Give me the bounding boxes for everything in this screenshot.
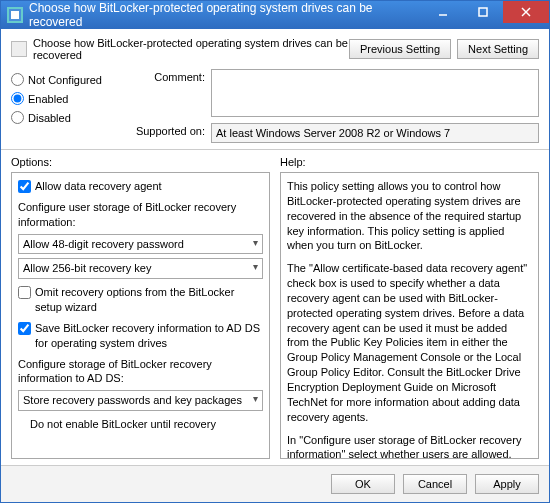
help-p1: This policy setting allows you to contro… bbox=[287, 179, 532, 253]
options-panel: Allow data recovery agent Configure user… bbox=[11, 172, 270, 459]
policy-icon bbox=[11, 41, 27, 57]
allow-dra-checkbox[interactable]: Allow data recovery agent bbox=[18, 179, 263, 194]
policy-description: Choose how BitLocker-protected operating… bbox=[33, 37, 349, 61]
supported-on-label: Supported on: bbox=[125, 123, 205, 137]
ad-storage-select[interactable]: Store recovery passwords and key package… bbox=[18, 390, 263, 411]
radio-not-configured[interactable]: Not Configured bbox=[11, 73, 111, 86]
footer: OK Cancel Apply bbox=[1, 465, 549, 502]
app-icon bbox=[7, 7, 23, 23]
previous-setting-button[interactable]: Previous Setting bbox=[349, 39, 451, 59]
comment-label: Comment: bbox=[125, 69, 205, 83]
recovery-password-select[interactable]: Allow 48-digit recovery password bbox=[18, 234, 263, 255]
window-buttons bbox=[423, 1, 549, 29]
titlebar: Choose how BitLocker-protected operating… bbox=[1, 1, 549, 29]
user-storage-label: Configure user storage of BitLocker reco… bbox=[18, 200, 263, 230]
apply-button[interactable]: Apply bbox=[475, 474, 539, 494]
supported-on-value: At least Windows Server 2008 R2 or Windo… bbox=[211, 123, 539, 143]
cancel-button[interactable]: Cancel bbox=[403, 474, 467, 494]
ad-storage-label: Configure storage of BitLocker recovery … bbox=[18, 357, 263, 387]
do-not-enable-checkbox[interactable]: Do not enable BitLocker until recovery bbox=[30, 417, 263, 432]
help-p2: The "Allow certificate-based data recove… bbox=[287, 261, 532, 424]
svg-rect-3 bbox=[479, 8, 487, 16]
maximize-button[interactable] bbox=[463, 1, 503, 23]
comment-input[interactable] bbox=[211, 69, 539, 117]
omit-wizard-checkbox[interactable]: Omit recovery options from the BitLocker… bbox=[18, 285, 263, 315]
minimize-button[interactable] bbox=[423, 1, 463, 23]
save-ad-checkbox[interactable]: Save BitLocker recovery information to A… bbox=[18, 321, 263, 351]
radio-disabled[interactable]: Disabled bbox=[11, 111, 111, 124]
help-heading: Help: bbox=[280, 156, 539, 168]
recovery-key-select[interactable]: Allow 256-bit recovery key bbox=[18, 258, 263, 279]
radio-enabled[interactable]: Enabled bbox=[11, 92, 111, 105]
help-panel: This policy setting allows you to contro… bbox=[280, 172, 539, 459]
next-setting-button[interactable]: Next Setting bbox=[457, 39, 539, 59]
window-title: Choose how BitLocker-protected operating… bbox=[29, 1, 423, 29]
header-section: Choose how BitLocker-protected operating… bbox=[1, 29, 549, 150]
state-radios: Not Configured Enabled Disabled bbox=[11, 69, 111, 124]
ok-button[interactable]: OK bbox=[331, 474, 395, 494]
svg-rect-1 bbox=[11, 11, 19, 19]
close-button[interactable] bbox=[503, 1, 549, 23]
help-p3: In "Configure user storage of BitLocker … bbox=[287, 433, 532, 460]
options-heading: Options: bbox=[11, 156, 270, 168]
policy-dialog: Choose how BitLocker-protected operating… bbox=[0, 0, 550, 503]
